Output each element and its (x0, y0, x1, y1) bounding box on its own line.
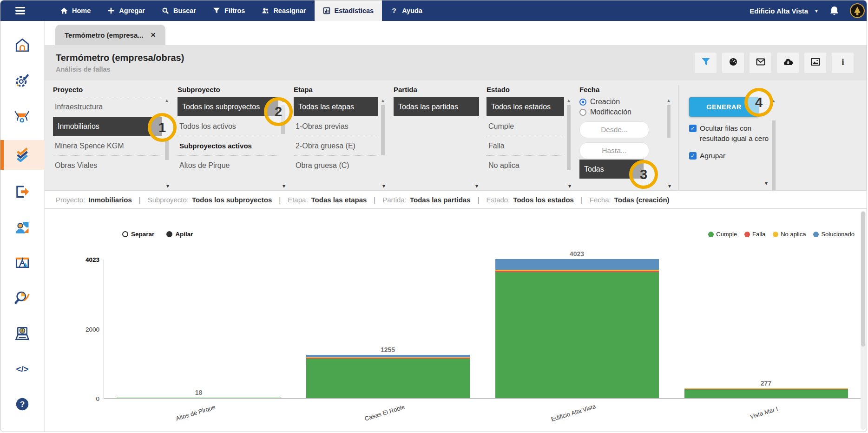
nav-item-estadisticas[interactable]: Estadísticas (315, 0, 382, 21)
close-icon[interactable]: ✕ (151, 31, 156, 39)
summary-value: Todos los subproyectos (192, 196, 272, 204)
sidebar-item-checklist[interactable] (0, 140, 45, 170)
filter-column-etapa: EtapaTodas las etapas1-Obras previas2-Ob… (294, 85, 386, 190)
scroll-thumb[interactable] (667, 105, 671, 138)
dropdown-caret-icon[interactable]: ▾ (668, 183, 671, 189)
filter-option[interactable]: 2-Obra gruesa (E) (294, 136, 378, 155)
radio-creacion[interactable]: Creación (579, 98, 664, 106)
summary-separator: | (279, 196, 281, 204)
filter-button[interactable] (695, 53, 717, 73)
tab-termometro[interactable]: Termómetro (empresa... ✕ (55, 25, 165, 45)
tab-label: Termómetro (empresa... (65, 31, 144, 39)
scroll-up-icon[interactable]: ▲ (380, 98, 386, 103)
dropdown-caret-icon[interactable]: ▾ (283, 183, 285, 189)
radio-unselected-icon (579, 109, 586, 116)
chart-mode-apilar[interactable]: Apilar (166, 231, 193, 238)
sidebar-item-home-building[interactable] (0, 34, 45, 58)
dropdown-caret-icon[interactable]: ▾ (475, 183, 478, 189)
hasta-button[interactable]: Hasta... (579, 142, 649, 159)
sidebar-item-settings-pencil[interactable] (0, 69, 45, 93)
filter-option-selected[interactable]: Inmobiliarios (53, 117, 162, 136)
context-selector[interactable]: Edificio Alta Vista ▼ (750, 7, 819, 15)
filter-option[interactable]: Infraestructura (53, 97, 162, 116)
nav-item-buscar[interactable]: Buscar (153, 0, 204, 21)
dropdown-caret-icon[interactable]: ▾ (382, 183, 385, 189)
funnel-icon (213, 7, 220, 14)
sidebar-item-drafting-board[interactable] (0, 252, 45, 276)
radio-selected-icon (166, 231, 172, 237)
cloud-download-button[interactable] (777, 53, 799, 73)
summary-value: Todas las partidas (410, 196, 471, 204)
export-icon (14, 184, 31, 202)
filter-option[interactable]: Cumple (487, 117, 564, 136)
sidebar-item-help[interactable]: ? (0, 393, 45, 417)
scroll-thumb[interactable] (772, 120, 776, 190)
filter-option[interactable]: Altos de Pirque (178, 155, 278, 175)
scroll-up-icon[interactable]: ▲ (164, 98, 170, 103)
svg-text:i: i (842, 57, 844, 67)
menu-icon[interactable] (15, 7, 25, 15)
page-scrollbar-thumb[interactable] (861, 212, 865, 346)
dropdown-caret-icon[interactable]: ▾ (166, 183, 169, 189)
bar-stack (117, 398, 281, 398)
sidebar-item-person-reassign[interactable] (0, 216, 45, 240)
filter-option-selected[interactable]: Todos los estados (487, 97, 564, 116)
list-scrollbar[interactable]: ▲ (665, 97, 672, 190)
filter-option[interactable]: Minera Spence KGM (53, 136, 162, 155)
sidebar-item-export[interactable] (0, 181, 45, 205)
hide-zero-checkbox[interactable]: ✓ Ocultar filas con resultado igual a ce… (689, 123, 769, 144)
nav-item-ayuda[interactable]: ?Ayuda (382, 0, 431, 21)
filter-option[interactable]: Falla (487, 136, 564, 155)
desde-button[interactable]: Desde... (579, 121, 649, 138)
mail-button[interactable] (750, 53, 771, 73)
scroll-thumb[interactable] (381, 105, 385, 155)
image-button[interactable] (804, 53, 826, 73)
filter-option-selected[interactable]: Todos los subproyectos (178, 97, 278, 116)
page-scrollbar[interactable] (861, 211, 866, 430)
notifications-bell-icon[interactable] (829, 6, 840, 16)
nav-item-label: Filtros (224, 7, 245, 14)
filter-option-selected[interactable]: Todas las etapas (294, 97, 378, 116)
list-scrollbar[interactable]: ▲ (566, 97, 572, 190)
nav-item-filtros[interactable]: Filtros (204, 0, 253, 21)
person-reassign-icon (14, 219, 31, 238)
list-scrollbar[interactable]: ▲ (164, 97, 170, 190)
nav-item-reasignar[interactable]: Reasignar (253, 0, 314, 21)
nav-item-agregar[interactable]: Agregar (99, 0, 153, 21)
filter-option-selected[interactable]: Todas las partidas (394, 97, 479, 116)
nav-item-home[interactable]: Home (52, 0, 99, 21)
sidebar-item-code[interactable]: </> (0, 358, 45, 382)
filter-option[interactable]: Obras Viales (53, 155, 162, 175)
scroll-thumb[interactable] (567, 105, 571, 170)
filter-option[interactable]: No aplica (487, 155, 564, 175)
info-button[interactable]: i (832, 53, 854, 73)
sidebar-item-search-analytics[interactable] (0, 287, 45, 311)
chart-legend: CumpleFallaNo aplicaSolucionado (708, 231, 855, 238)
chart-mode-separar[interactable]: Separar (122, 231, 154, 238)
fecha-label: Fecha (579, 85, 672, 94)
avatar[interactable] (850, 3, 865, 18)
bar-segment-cumple (117, 398, 281, 398)
bar-stack (495, 259, 659, 398)
dropdown-caret-icon[interactable]: ▾ (568, 183, 571, 189)
checkbox-checked-icon: ✓ (689, 125, 697, 132)
sidebar-item-wheelbarrow[interactable] (0, 105, 45, 129)
annotation-circle-4: 4 (744, 88, 773, 117)
panel-scrollbar[interactable]: ▲ (770, 98, 777, 185)
help-icon: ? (14, 396, 31, 414)
radio-modificacion[interactable]: Modificación (579, 108, 664, 116)
scroll-up-icon[interactable]: ▲ (566, 98, 572, 103)
dropdown-caret-icon[interactable]: ▾ (765, 180, 768, 187)
sidebar-item-billing-laptop[interactable]: $ (0, 322, 45, 346)
filter-option[interactable]: Todos los activos (178, 117, 278, 136)
bar-group-casas-el-roble: 1255Casas El Roble (293, 260, 482, 398)
dashboard-button[interactable] (722, 53, 744, 73)
group-checkbox[interactable]: ✓ Agrupar (689, 151, 769, 161)
filter-option[interactable]: 1-Obras previas (294, 117, 378, 136)
plus-icon (107, 7, 115, 14)
filter-option[interactable]: Obra gruesa (C) (294, 155, 378, 175)
scroll-up-icon[interactable]: ▲ (665, 98, 672, 103)
list-scrollbar[interactable]: ▲ (380, 97, 386, 190)
legend-dot-icon (708, 232, 714, 237)
summary-value: Inmobiliarios (88, 196, 132, 204)
